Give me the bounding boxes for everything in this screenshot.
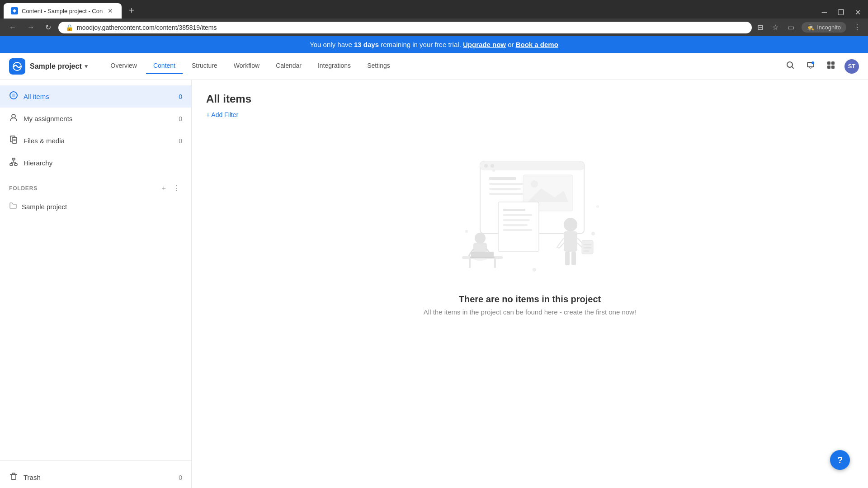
svg-rect-7 (831, 66, 835, 69)
browser-tab[interactable]: Content - Sample project - Con ✕ (4, 3, 122, 19)
svg-rect-48 (584, 247, 591, 249)
add-filter-button[interactable]: + Add Filter (206, 111, 238, 118)
browser-chrome: Content - Sample project - Con ✕ + ─ ❐ ✕… (0, 0, 868, 36)
forward-button[interactable]: → (24, 22, 38, 33)
svg-point-3 (811, 61, 814, 64)
sidebar-item-my-assignments[interactable]: My assignments 0 (0, 108, 191, 130)
app-header: Sample project ▼ Overview Content Struct… (0, 53, 868, 80)
svg-rect-17 (14, 164, 17, 165)
close-button[interactable]: ✕ (851, 6, 864, 19)
sidebar-item-hierarchy[interactable]: Hierarchy (0, 152, 191, 174)
help-button[interactable]: ? (830, 450, 850, 470)
svg-rect-23 (489, 183, 525, 185)
sidebar-item-all-items[interactable]: All items 0 (0, 85, 191, 108)
all-items-count: 0 (179, 93, 182, 100)
banner-text-or: or (508, 41, 516, 48)
files-media-label: Files & media (24, 137, 179, 145)
main-layout: All items 0 My assignments 0 (0, 80, 868, 488)
sidebar-trash: Trash 0 (0, 460, 191, 488)
tab-close-button[interactable]: ✕ (106, 7, 114, 15)
tab-overview[interactable]: Overview (104, 58, 144, 74)
svg-rect-49 (584, 250, 589, 252)
svg-rect-25 (489, 193, 523, 195)
svg-point-9 (12, 94, 15, 97)
page-title: All items (206, 93, 854, 105)
my-assignments-label: My assignments (24, 115, 179, 122)
hierarchy-label: Hierarchy (24, 159, 182, 167)
new-tab-button[interactable]: + (123, 3, 140, 19)
empty-state-desc: All the items in the project can be foun… (424, 308, 636, 316)
tab-integrations[interactable]: Integrations (311, 58, 358, 74)
svg-rect-19 (480, 161, 584, 170)
sidebar: All items 0 My assignments 0 (0, 80, 192, 488)
tab-search-icon[interactable]: ▭ (786, 21, 796, 33)
folder-options-button[interactable]: ⋮ (171, 183, 182, 193)
back-button[interactable]: ← (5, 22, 20, 33)
folders-section: FOLDERS + ⋮ Sample project (0, 179, 191, 220)
svg-point-27 (531, 180, 538, 188)
content-area: All items + Add Filter (192, 80, 868, 488)
svg-rect-31 (503, 219, 530, 221)
tab-calendar[interactable]: Calendar (269, 58, 309, 74)
trash-label: Trash (24, 474, 179, 481)
files-media-count: 0 (179, 137, 182, 145)
svg-point-52 (465, 230, 468, 233)
svg-rect-40 (471, 252, 494, 257)
svg-rect-41 (470, 257, 495, 258)
add-folder-button[interactable]: + (160, 183, 168, 193)
svg-rect-30 (503, 214, 532, 216)
tab-content[interactable]: Content (146, 58, 183, 74)
app-logo[interactable]: Sample project ▼ (9, 58, 89, 75)
folder-item-sample-project[interactable]: Sample project (9, 197, 182, 216)
banner-text-before: You only have (310, 41, 354, 48)
folder-icon (9, 202, 17, 211)
svg-point-10 (12, 114, 15, 118)
search-button[interactable] (784, 59, 797, 74)
browser-nav: ← → ↻ 🔒 moodjoy.gathercontent.com/conten… (0, 19, 868, 36)
svg-rect-6 (827, 66, 830, 69)
apps-button[interactable] (825, 59, 837, 74)
incognito-label: Incognito (817, 24, 841, 31)
svg-rect-47 (584, 244, 591, 245)
maximize-button[interactable]: ❐ (834, 6, 848, 19)
sidebar-item-trash[interactable]: Trash 0 (0, 466, 191, 488)
svg-rect-38 (469, 259, 471, 268)
nav-tabs: Overview Content Structure Workflow Cale… (104, 58, 784, 74)
menu-button[interactable]: ⋮ (852, 21, 863, 33)
cast-icon[interactable]: ⊟ (755, 21, 765, 33)
files-media-icon (9, 135, 18, 146)
minimize-button[interactable]: ─ (818, 6, 830, 19)
folders-label: FOLDERS (9, 185, 38, 192)
trash-icon (9, 472, 18, 483)
sidebar-nav: All items 0 My assignments 0 (0, 80, 191, 179)
tab-structure[interactable]: Structure (184, 58, 225, 74)
empty-state-illustration (444, 148, 616, 283)
svg-rect-4 (827, 61, 830, 65)
folder-label: Sample project (22, 203, 67, 211)
tab-workflow[interactable]: Workflow (226, 58, 267, 74)
book-demo-link[interactable]: Book a demo (516, 41, 558, 48)
star-icon[interactable]: ☆ (770, 21, 780, 33)
avatar[interactable]: ST (844, 59, 859, 74)
url-text: moodjoy.gathercontent.com/content/385819… (77, 24, 745, 31)
my-assignments-icon (9, 113, 18, 124)
project-name[interactable]: Sample project ▼ (30, 62, 89, 70)
trash-count: 0 (179, 474, 182, 481)
svg-rect-33 (503, 229, 532, 231)
banner-days: 13 days (354, 41, 379, 48)
incognito-indicator: 🕵 Incognito (802, 22, 846, 33)
tab-title: Content - Sample project - Con (22, 8, 103, 14)
notifications-button[interactable] (804, 58, 817, 74)
svg-rect-22 (489, 177, 516, 180)
address-bar[interactable]: 🔒 moodjoy.gathercontent.com/content/3858… (58, 22, 752, 33)
reload-button[interactable]: ↻ (42, 21, 55, 33)
tab-settings[interactable]: Settings (360, 58, 397, 74)
svg-rect-24 (489, 188, 521, 190)
svg-point-54 (596, 205, 599, 208)
sidebar-item-files-media[interactable]: Files & media 0 (0, 130, 191, 152)
upgrade-link[interactable]: Upgrade now (463, 41, 506, 48)
svg-point-36 (475, 233, 486, 244)
folders-header-actions: + ⋮ (160, 183, 182, 193)
project-chevron-icon: ▼ (84, 63, 89, 70)
svg-rect-44 (565, 252, 570, 265)
